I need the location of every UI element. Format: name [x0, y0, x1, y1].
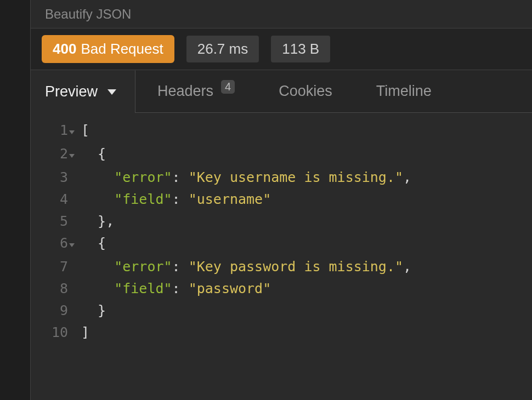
- response-body-viewer[interactable]: 1 [ 2 { 3 "error": "Key username is miss…: [31, 113, 532, 400]
- line-number: 3: [31, 167, 69, 188]
- beautify-json-label: Beautify JSON: [45, 7, 131, 22]
- line-number: 7: [31, 256, 69, 278]
- line-number: 8: [31, 278, 69, 300]
- response-tabs: Preview Headers4 Cookies Timeline: [31, 70, 532, 113]
- status-text: Bad Request: [81, 41, 163, 58]
- code-line: 8 "field": "password": [31, 278, 532, 300]
- line-number: 6: [31, 232, 69, 254]
- code-line: 5 },: [31, 210, 532, 232]
- left-gutter: [0, 0, 31, 400]
- code-line: 10 ]: [31, 322, 532, 344]
- line-number: 9: [31, 300, 69, 322]
- json-code-block: 1 [ 2 { 3 "error": "Key username is miss…: [31, 119, 532, 344]
- fold-toggle-icon[interactable]: [69, 144, 81, 166]
- status-badge[interactable]: 400 Bad Request: [42, 35, 174, 63]
- tab-timeline[interactable]: Timeline: [354, 83, 454, 100]
- code-line: 3 "error": "Key username is missing.",: [31, 167, 532, 188]
- elapsed-time-chip[interactable]: 26.7 ms: [186, 36, 259, 62]
- tab-cookies-label: Cookies: [279, 83, 332, 100]
- code-line: 1 [: [31, 119, 532, 143]
- line-number: 2: [31, 143, 69, 165]
- tab-cookies[interactable]: Cookies: [257, 83, 354, 100]
- code-line: 6 {: [31, 232, 532, 256]
- caret-down-icon: [107, 89, 116, 95]
- response-size-chip[interactable]: 113 B: [271, 36, 330, 62]
- tab-headers-label: Headers: [157, 83, 213, 100]
- line-number: 10: [31, 322, 69, 344]
- fold-toggle-icon[interactable]: [69, 121, 81, 142]
- code-line: 7 "error": "Key password is missing.",: [31, 256, 532, 278]
- tab-headers[interactable]: Headers4: [135, 83, 257, 100]
- tab-preview-label: Preview: [45, 83, 98, 100]
- beautify-json-header[interactable]: Beautify JSON: [31, 0, 532, 28]
- code-line: 2 {: [31, 143, 532, 167]
- tab-preview[interactable]: Preview: [31, 70, 135, 113]
- fold-toggle-icon[interactable]: [69, 233, 81, 255]
- code-line: 9 }: [31, 300, 532, 322]
- line-number: 1: [31, 119, 69, 141]
- headers-count-badge: 4: [221, 80, 235, 94]
- response-status-row: 400 Bad Request 26.7 ms 113 B: [31, 28, 532, 70]
- status-code: 400: [53, 41, 76, 58]
- code-line: 4 "field": "username": [31, 188, 532, 210]
- tab-timeline-label: Timeline: [376, 83, 432, 100]
- line-number: 4: [31, 188, 69, 210]
- line-number: 5: [31, 210, 69, 232]
